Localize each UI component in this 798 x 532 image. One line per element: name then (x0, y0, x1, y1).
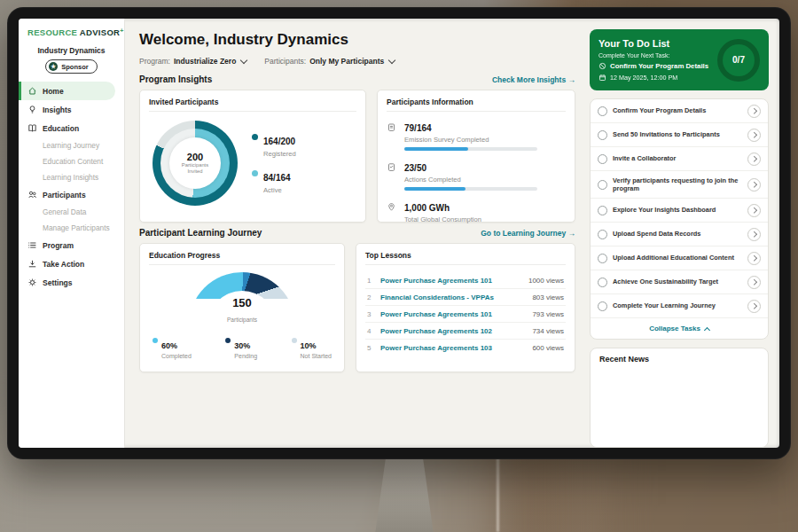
task-open-button[interactable] (747, 153, 761, 166)
task-checkbox[interactable] (598, 206, 607, 215)
sidebar-item-learning-journey[interactable]: Learning Journey (19, 137, 124, 153)
lesson-link[interactable]: Power Purchase Agreements 102 (380, 327, 525, 335)
stat-label: Total Global Consumption (404, 215, 481, 223)
page-title: Welcome, Industry Dynamics (139, 31, 575, 49)
lesson-row: 1 Power Purchase Agreements 101 1000 vie… (365, 272, 566, 289)
sidebar-item-program[interactable]: Program (19, 236, 124, 254)
task-checkbox[interactable] (598, 278, 607, 287)
org-name: Industry Dynamics (19, 46, 124, 55)
task-checkbox[interactable] (598, 301, 607, 311)
sidebar-item-settings[interactable]: Settings (19, 273, 124, 292)
task-row-upload-spend-data[interactable]: Upload Spend Data Records (591, 223, 768, 246)
sidebar-item-label: Participants (43, 191, 86, 200)
task-open-button[interactable] (747, 129, 761, 142)
legend-dot-pending (225, 338, 231, 343)
sidebar-item-participants[interactable]: Participants (19, 185, 124, 204)
lesson-views: 793 views (532, 310, 564, 318)
card-title: Invited Participants (149, 98, 356, 112)
lesson-views: 1000 views (528, 277, 564, 285)
chevron-right-icon (751, 132, 756, 137)
task-label: Upload Spend Data Records (613, 230, 742, 239)
task-open-button[interactable] (747, 252, 761, 265)
education-progress-card: Education Progress 150 Participants (139, 243, 345, 372)
lesson-link[interactable]: Power Purchase Agreements 101 (380, 277, 521, 285)
stat-value: 23/50 (404, 163, 426, 173)
task-row-send-invitations[interactable]: Send 50 Invitations to Participants (591, 123, 768, 147)
program-filter-label: Program: (139, 57, 170, 66)
lesson-rank: 2 (367, 293, 373, 301)
sidebar-item-general-data[interactable]: General Data (19, 204, 124, 220)
dashboard-screen: RESOURCE ADVISOR+ Industry Dynamics ★ Sp… (19, 19, 779, 448)
sidebar-item-label: Learning Journey (43, 141, 99, 150)
task-checkbox[interactable] (598, 230, 607, 239)
lesson-link[interactable]: Power Purchase Agreements 101 (380, 310, 525, 318)
legend-label: Pending (234, 353, 257, 359)
lesson-row: 2 Financial Considerations - VPPAs 803 v… (365, 289, 566, 306)
sidebar-item-education[interactable]: Education (19, 119, 124, 137)
stat-label: Emission Survey Completed (404, 136, 537, 144)
sponsor-badge[interactable]: ★ Sponsor (45, 59, 97, 74)
legend-value: 60% (161, 341, 177, 350)
logo-resource: RESOURCE (27, 27, 77, 37)
task-row-upload-educational-content[interactable]: Upload Additional Educational Content (591, 246, 768, 270)
collapse-tasks-label: Collapse Tasks (649, 325, 700, 332)
task-open-button[interactable] (747, 178, 761, 192)
photo-background: RESOURCE ADVISOR+ Industry Dynamics ★ Sp… (0, 0, 798, 532)
go-to-learning-journey-link[interactable]: Go to Learning Journey → (481, 229, 575, 238)
sidebar-item-label: Insights (43, 106, 72, 114)
collapse-tasks-button[interactable]: Collapse Tasks (591, 318, 768, 339)
legend-item: 84/164 Active (252, 168, 296, 194)
program-filter-dropdown[interactable]: Program: Industrialize Zero (139, 57, 246, 66)
sidebar-item-insights[interactable]: Insights (19, 100, 124, 119)
task-open-button[interactable] (747, 228, 761, 241)
sidebar-item-label: Education Content (43, 157, 103, 166)
sidebar-item-education-content[interactable]: Education Content (19, 153, 124, 169)
task-row-explore-insights[interactable]: Explore Your Insights Dashboard (591, 199, 768, 223)
task-row-confirm-program[interactable]: Confirm Your Program Details (591, 99, 768, 123)
task-checkbox[interactable] (598, 180, 607, 190)
invited-participants-donut-chart: 200 Participants Invited (153, 121, 238, 206)
stat-row: 23/50 Actions Completed (387, 159, 566, 191)
task-checkbox[interactable] (598, 106, 607, 116)
task-open-button[interactable] (747, 276, 761, 289)
task-open-button[interactable] (747, 204, 761, 217)
task-row-achieve-target[interactable]: Achieve One Sustainability Target (591, 270, 768, 294)
sidebar-item-home[interactable]: Home (19, 82, 115, 100)
chevron-right-icon (751, 108, 756, 113)
task-checkbox[interactable] (598, 154, 607, 164)
task-row-invite-collaborator[interactable]: Invite a Collaborator (591, 147, 768, 171)
sidebar-item-take-action[interactable]: Take Action (19, 254, 124, 273)
program-insights-cards: Invited Participants 200 Participants In… (139, 90, 575, 223)
donut-legend: 164/200 Registered 84/164 Active (252, 132, 296, 194)
task-open-button[interactable] (747, 300, 761, 313)
lesson-views: 600 views (532, 344, 564, 352)
todo-title: Your To Do List (598, 38, 710, 49)
check-more-insights-link[interactable]: Check More Insights → (492, 75, 575, 84)
task-row-complete-learning-journey[interactable]: Complete Your Learning Journey (591, 294, 768, 318)
sidebar-item-manage-participants[interactable]: Manage Participants (19, 220, 124, 236)
task-row-verify-participants[interactable]: Verify participants requesting to join t… (591, 171, 768, 199)
lesson-views: 734 views (532, 327, 564, 335)
sidebar-item-learning-insights[interactable]: Learning Insights (19, 169, 124, 185)
task-checkbox[interactable] (598, 130, 607, 140)
progress-bar (404, 147, 537, 151)
progress-bar (404, 187, 537, 191)
recent-news-section[interactable]: Recent News (590, 348, 769, 448)
legend-item: 60% Completed (153, 336, 192, 359)
clipboard-icon (387, 119, 397, 136)
lesson-link[interactable]: Power Purchase Agreements 103 (380, 344, 525, 352)
people-icon (27, 190, 37, 200)
todo-summary-card: Your To Do List Complete Your Next Task:… (590, 29, 769, 90)
link-label: Go to Learning Journey (481, 229, 566, 238)
legend-dot-completed (153, 338, 158, 343)
lesson-link[interactable]: Financial Considerations - VPPAs (380, 293, 525, 301)
gauge-center: 150 Participants (189, 297, 295, 325)
task-checkbox[interactable] (598, 254, 607, 263)
todo-next-time-label: 12 May 2025, 12:00 PM (610, 74, 677, 82)
sidebar-item-label: Education (43, 124, 79, 133)
participants-filter-dropdown[interactable]: Participants: Only My Participants (264, 57, 395, 66)
legend-label: Registered (263, 150, 296, 158)
app-logo: RESOURCE ADVISOR+ (19, 27, 124, 43)
progress-bar-fill (404, 187, 466, 191)
task-open-button[interactable] (747, 105, 761, 118)
